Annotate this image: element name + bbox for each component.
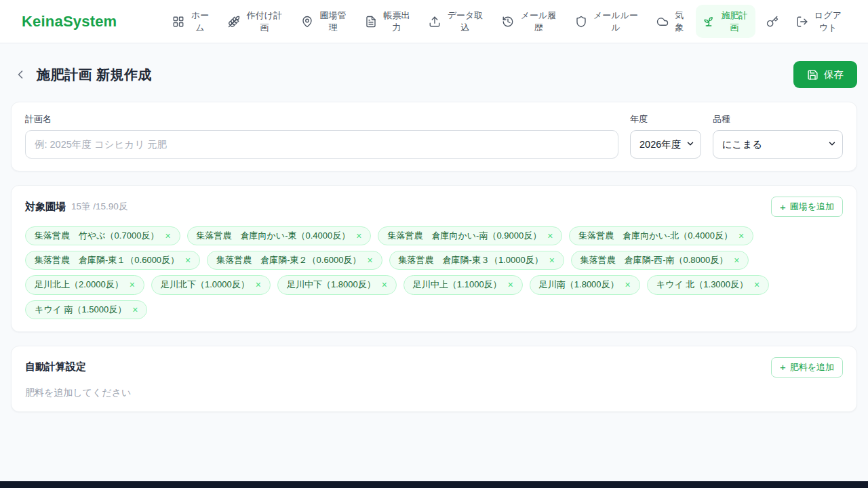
top-navigation-bar: KeinaSystem ホーム 作付け計画 圃場管理 帳票出力 データ取込 メー… [0,0,868,43]
chip-remove-button[interactable]: × [382,280,387,289]
nav-item-label: データ取込 [446,9,484,33]
document-icon [365,16,377,28]
plan-name-input[interactable] [25,130,618,159]
map-pin-icon [301,16,313,28]
key-icon [766,16,778,28]
chip-remove-button[interactable]: × [547,231,553,241]
field-chip-label: 足川北下（1.0000反） [161,279,250,291]
chip-remove-button[interactable]: × [625,280,631,289]
variety-label: 品種 [713,113,843,125]
field-chip-label: 集落営農 竹やぶ（0.7000反） [35,230,159,242]
field-chip: 足川中上（1.1000反）× [403,275,523,294]
shield-icon [575,16,587,28]
add-field-button[interactable]: + 圃場を追加 [771,197,843,217]
field-chip-list: 集落営農 竹やぶ（0.7000反）× 集落営農 倉庫向かい-東（0.4000反）… [25,226,843,319]
nav-item-mail-rules[interactable]: メールルール [568,5,646,38]
nav-item-logout[interactable]: ログアウト [789,5,849,38]
nav-item-label: メールルール [593,9,639,33]
target-fields-card: 対象圃場 15筆 /15.90反 + 圃場を追加 集落営農 竹やぶ（0.7000… [11,185,857,332]
field-chip: 足川中下（1.8000反）× [277,275,397,294]
field-chip: 集落営農 竹やぶ（0.7000反）× [25,226,180,245]
nav-item-label: 気象 [674,9,685,33]
logout-icon [796,16,808,28]
chip-remove-button[interactable]: × [132,305,138,314]
nav-item-label: ログアウト [814,9,842,33]
chip-remove-button[interactable]: × [754,280,760,289]
nav-item-label: 作付け計画 [245,9,283,33]
nav-item-weather[interactable]: 気象 [650,5,692,38]
add-fertilizer-button-label: 肥料を追加 [790,361,834,373]
save-icon [807,69,818,81]
nav-item-home[interactable]: ホーム [165,5,217,38]
chip-remove-button[interactable]: × [356,231,361,241]
add-field-button-label: 圃場を追加 [790,201,834,213]
nav-item-report-output[interactable]: 帳票出力 [358,5,418,38]
target-fields-summary: 15筆 /15.90反 [71,201,127,213]
empty-message: 肥料を追加してください [25,387,843,399]
field-chip-label: キウイ 北（1.3000反） [656,279,748,291]
field-chip: 足川南（1.8000反）× [530,275,640,294]
field-chip-label: 集落営農 倉庫向かい-南（0.9000反） [387,230,541,242]
field-chip: キウイ 南（1.5000反）× [25,300,147,319]
chip-remove-button[interactable]: × [185,256,191,265]
nav-item-mail-history[interactable]: メール履歴 [495,5,564,38]
nav-item-planting-plan[interactable]: 作付け計画 [221,5,290,38]
field-chip-label: 足川北上（2.0000反） [35,279,123,291]
field-chip: 集落営農 倉庫向かい-東（0.4000反）× [187,226,372,245]
field-chip: キウイ 北（1.3000反）× [647,275,769,294]
chip-remove-button[interactable]: × [508,280,513,289]
field-chip-label: キウイ 南（1.5000反） [35,304,126,316]
grid-icon [172,16,184,28]
add-fertilizer-button[interactable]: + 肥料を追加 [771,357,843,378]
save-button[interactable]: 保存 [793,61,857,88]
field-chip: 集落営農 倉庫隣-東３（1.0000反）× [389,251,564,270]
chip-remove-button[interactable]: × [734,256,739,265]
chip-remove-button[interactable]: × [130,280,135,289]
field-chip: 集落営農 倉庫隣-西-南（0.8000反）× [571,251,749,270]
chip-remove-button[interactable]: × [256,280,261,289]
field-chip-label: 集落営農 倉庫隣-東１（0.6000反） [35,254,179,266]
bottom-bar [0,481,868,488]
field-chip: 集落営農 倉庫隣-東１（0.6000反）× [25,251,200,270]
brand-logo[interactable]: KeinaSystem [22,13,117,30]
history-icon [502,16,514,28]
field-chip: 集落営農 倉庫隣-東２（0.6000反）× [207,251,382,270]
field-chip-label: 足川中上（1.1000反） [413,279,502,291]
field-chip: 集落営農 倉庫向かい-南（0.9000反）× [378,226,562,245]
auto-calc-card: 自動計算設定 + 肥料を追加 肥料を追加してください [11,346,857,412]
field-chip: 集落営農 倉庫向かい-北（0.4000反）× [569,226,753,245]
target-fields-title: 対象圃場 [25,201,66,214]
nav-item-field-management[interactable]: 圃場管理 [294,5,354,38]
nav-menu: ホーム 作付け計画 圃場管理 帳票出力 データ取込 メール履歴 メールルール [165,5,849,38]
main-content: 施肥計画 新規作成 保存 計画名 年度 2026年度 品種 にこまる [0,61,868,412]
field-chip-label: 足川南（1.8000反） [539,279,619,291]
field-chip-label: 集落営農 倉庫向かい-東（0.4000反） [197,230,351,242]
auto-calc-title: 自動計算設定 [25,361,86,373]
field-chip: 足川北上（2.0000反）× [25,275,144,294]
nav-item-data-import[interactable]: データ取込 [422,5,491,38]
field-chip-label: 集落営農 倉庫隣-東３（1.0000反） [399,254,543,266]
nav-item-label: 帳票出力 [382,9,411,33]
cloud-icon [656,16,669,28]
plan-name-label: 計画名 [25,113,618,125]
field-chip-label: 足川中下（1.8000反） [287,279,376,291]
nav-item-label: 施肥計画 [720,9,749,33]
year-label: 年度 [630,113,701,125]
plan-form-card: 計画名 年度 2026年度 品種 にこまる [11,102,857,171]
chip-remove-button[interactable]: × [549,256,555,265]
page-header: 施肥計画 新規作成 保存 [11,61,857,88]
chip-remove-button[interactable]: × [165,231,170,241]
chip-remove-button[interactable]: × [738,231,744,241]
nav-item-key[interactable] [760,11,785,33]
nav-item-label: 圃場管理 [319,9,347,33]
year-select[interactable]: 2026年度 [630,130,701,159]
plus-icon: + [780,202,786,212]
back-button[interactable] [11,65,30,84]
nav-item-fertilization-plan[interactable]: 施肥計画 [696,5,755,38]
nav-item-label: メール履歴 [519,9,557,33]
field-chip-label: 集落営農 倉庫隣-東２（0.6000反） [216,254,361,266]
variety-select[interactable]: にこまる [713,130,843,159]
save-button-label: 保存 [824,68,844,81]
chip-remove-button[interactable]: × [367,256,372,265]
nav-item-label: ホーム [190,9,210,33]
